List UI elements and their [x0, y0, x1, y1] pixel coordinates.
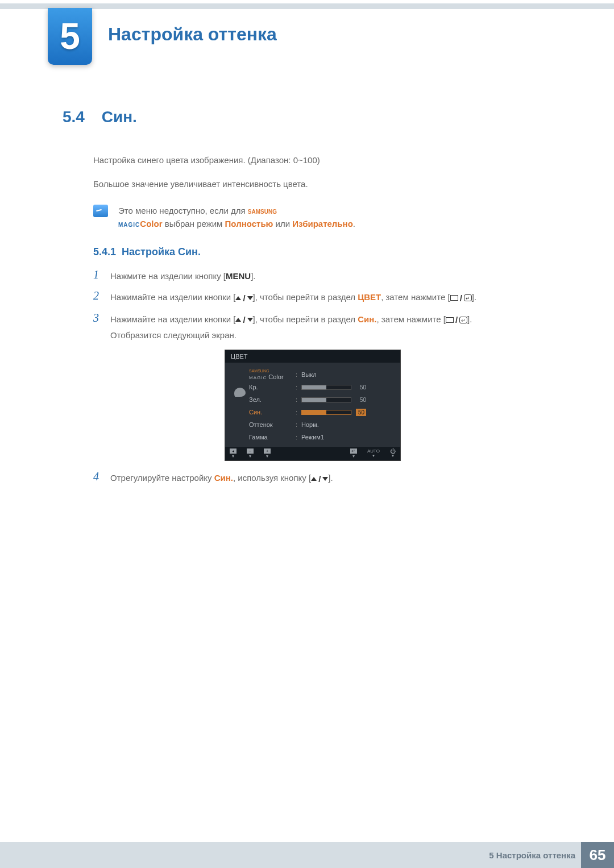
section-title: 5.4 Син.: [63, 108, 563, 126]
osd-slider-red: [301, 385, 351, 390]
osd-minus-icon: −▾: [247, 448, 254, 459]
osd-enter-icon: ↵▾: [350, 448, 357, 459]
step-number: 2: [93, 289, 110, 302]
header-band: [0, 3, 614, 9]
menu-button-label: MENU: [226, 271, 251, 281]
osd-slider-green: [301, 397, 351, 402]
osd-body: SAMSUNGMAGIC Color : Выкл Кр. : 50 Зел. …: [225, 363, 400, 447]
main-content: 5.4 Син. Настройка синего цвета изображе…: [63, 108, 563, 492]
step-text: Нажимайте на изделии кнопки [/], чтобы п…: [110, 289, 476, 306]
section-number: 5.4: [63, 108, 85, 126]
step-3: 3 Нажимайте на изделии кнопки [/], чтобы…: [93, 312, 563, 343]
osd-footer: ◂▾ −▾ +▾ ↵▾ AUTO▾ ⏻▾: [225, 447, 400, 460]
subsection-title: 5.4.1 Настройка Син.: [93, 246, 563, 258]
footer-page-number: 65: [581, 842, 614, 868]
osd-back-icon: ◂▾: [230, 448, 237, 459]
up-down-icon: /: [311, 471, 328, 487]
palette-icon: [234, 388, 246, 397]
note-icon: [93, 205, 108, 217]
chapter-tab: 5: [48, 8, 92, 65]
step-text: Отрегулируйте настройку Син., используя …: [110, 470, 333, 487]
osd-row-zel: Зел. : 50: [249, 393, 395, 406]
step-text: Нажмите на изделии кнопку [MENU].: [110, 268, 256, 284]
up-down-icon: /: [235, 312, 252, 327]
osd-title: ЦВЕТ: [225, 350, 400, 363]
note-text: Это меню недоступно, если для SAMSUNGMAG…: [118, 205, 355, 230]
footer-chapter-label: 5 Настройка оттенка: [489, 850, 575, 860]
chapter-title: Настройка оттенка: [108, 24, 277, 45]
osd-menu: ЦВЕТ SAMSUNGMAGIC Color : Выкл Кр. :: [225, 350, 401, 461]
source-enter-icon: /: [446, 312, 467, 327]
osd-row-tone: Оттенок : Норм.: [249, 418, 395, 431]
intro-paragraph-2: Большое значение увеличивает интенсивнос…: [93, 177, 563, 191]
osd-slider-blue: [301, 410, 351, 415]
step-number: 1: [93, 268, 110, 281]
step-number: 3: [93, 312, 110, 325]
osd-row-kr: Кр. : 50: [249, 381, 395, 393]
step-4: 4 Отрегулируйте настройку Син., использу…: [93, 470, 563, 487]
note-block: Это меню недоступно, если для SAMSUNGMAG…: [93, 205, 563, 230]
source-enter-icon: /: [450, 290, 472, 306]
step-number: 4: [93, 470, 110, 483]
chapter-number: 5: [60, 15, 80, 57]
osd-row-gamma: Гамма : Режим1: [249, 431, 395, 443]
step-text: Нажимайте на изделии кнопки [/], чтобы п…: [110, 312, 472, 343]
intro-paragraph-1: Настройка синего цвета изображения. (Диа…: [93, 153, 563, 167]
step-1: 1 Нажмите на изделии кнопку [MENU].: [93, 268, 563, 284]
step-2: 2 Нажимайте на изделии кнопки [/], чтобы…: [93, 289, 563, 306]
osd-row-magic: SAMSUNGMAGIC Color : Выкл: [249, 368, 395, 381]
osd-auto-label: AUTO▾: [367, 449, 380, 458]
up-down-icon: /: [235, 290, 252, 306]
osd-row-sin: Син. : 50: [249, 406, 395, 418]
osd-plus-icon: +▾: [264, 448, 271, 459]
page-footer: 5 Настройка оттенка 65: [0, 842, 614, 868]
osd-power-icon: ⏻▾: [390, 449, 396, 458]
section-name: Син.: [102, 108, 137, 126]
